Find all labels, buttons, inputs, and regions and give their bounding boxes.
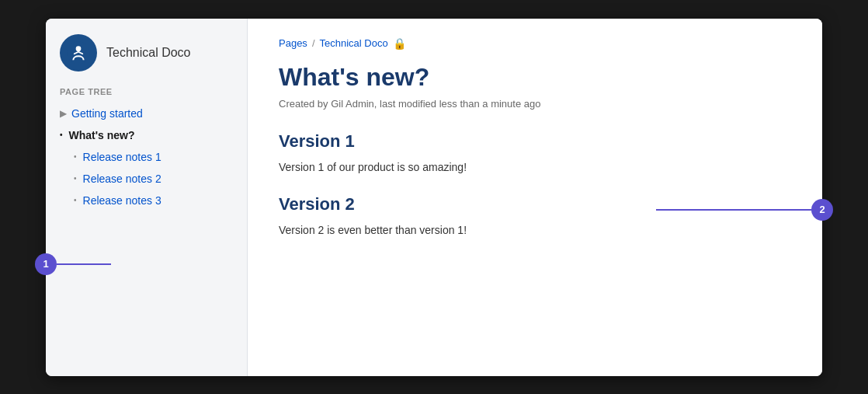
lock-icon: 🔒: [393, 37, 406, 50]
section-text-version1: Version 1 of our product is so amazing!: [279, 159, 791, 176]
sidebar-item-getting-started[interactable]: ▶ Getting started: [46, 103, 247, 124]
bullet-icon: •: [60, 131, 63, 139]
sidebar-item-release-notes-1[interactable]: • Release notes 1: [46, 146, 247, 168]
bullet-icon: •: [74, 174, 77, 183]
logo-icon: [66, 40, 91, 65]
svg-point-1: [76, 46, 82, 51]
sidebar-item-label: Release notes 2: [83, 173, 161, 185]
section-heading-version2: Version 2: [279, 194, 791, 214]
sidebar: Technical Doco PAGE TREE ▶ Getting start…: [46, 19, 248, 376]
breadcrumb-technical-doco[interactable]: Technical Doco: [320, 37, 388, 49]
sidebar-item-whats-new[interactable]: • What's new?: [46, 124, 247, 146]
page-title: What's new?: [279, 62, 791, 92]
sidebar-item-label: Release notes 3: [83, 194, 161, 207]
breadcrumb-separator: /: [312, 37, 315, 49]
main-content: Pages / Technical Doco 🔒 What's new? Cre…: [248, 19, 822, 376]
sidebar-logo[interactable]: Technical Doco: [46, 19, 247, 87]
bullet-icon: •: [74, 196, 77, 204]
bullet-icon: •: [74, 152, 77, 161]
sidebar-item-release-notes-3[interactable]: • Release notes 3: [46, 190, 247, 211]
page-meta: Created by Gil Admin, last modified less…: [279, 98, 791, 110]
section-text-version2: Version 2 is even better than version 1!: [279, 222, 791, 239]
logo-circle: [60, 34, 97, 71]
sidebar-item-release-notes-2[interactable]: • Release notes 2: [46, 168, 247, 190]
logo-text: Technical Doco: [106, 46, 191, 60]
breadcrumb: Pages / Technical Doco 🔒: [279, 37, 791, 50]
chevron-icon: ▶: [60, 108, 67, 119]
svg-point-0: [67, 41, 89, 64]
sidebar-item-label: What's new?: [69, 129, 135, 141]
sidebar-item-label: Release notes 1: [83, 151, 161, 163]
page-tree-label: PAGE TREE: [46, 87, 247, 103]
breadcrumb-pages[interactable]: Pages: [279, 37, 307, 49]
sidebar-item-label: Getting started: [71, 107, 143, 120]
section-heading-version1: Version 1: [279, 131, 791, 152]
nav-items: ▶ Getting started • What's new? • Releas…: [46, 103, 247, 224]
